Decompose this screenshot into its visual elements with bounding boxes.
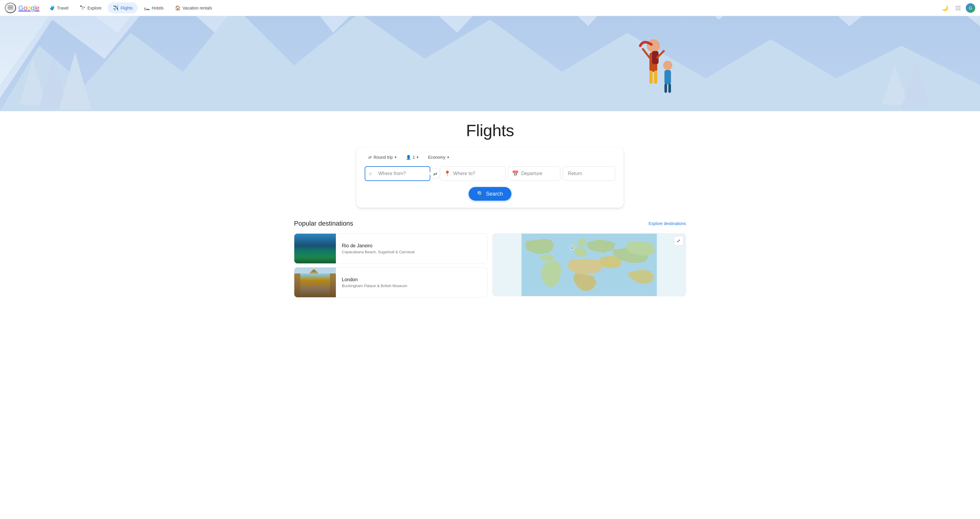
tab-travel-label: Travel [57, 6, 68, 10]
svg-rect-59 [299, 284, 300, 286]
svg-point-42 [309, 239, 321, 256]
svg-marker-18 [59, 52, 91, 110]
popular-section: Popular destinations Explore destination… [282, 220, 698, 315]
svg-point-8 [959, 8, 960, 8]
svg-rect-12 [0, 16, 980, 111]
destination-info-rio: Rio de Janeiro Copacabana Beach, Sugarlo… [336, 238, 420, 259]
destination-name-rio: Rio de Janeiro [342, 243, 415, 249]
return-wrapper [563, 166, 615, 181]
destination-pin-icon: 📍 [444, 170, 450, 177]
map-container: ⤢ [492, 233, 686, 296]
svg-marker-15 [0, 16, 980, 111]
popular-destinations-title: Popular destinations [294, 220, 353, 227]
svg-rect-30 [652, 51, 659, 64]
apps-button[interactable] [953, 3, 963, 13]
swap-button[interactable]: ⇄ [430, 168, 441, 179]
svg-marker-20 [902, 60, 931, 108]
swap-icon: ⇄ [433, 171, 437, 177]
cabin-class-chevron: ▾ [447, 155, 449, 159]
search-container: ⇄ Round trip ▾ 👤 1 ▾ Economy ▾ ○ ⇄ 📍 📅 [356, 147, 624, 208]
svg-point-6 [956, 8, 957, 8]
tab-flights-label: Flights [121, 6, 133, 10]
svg-point-5 [959, 6, 960, 6]
cabin-class-button[interactable]: Economy ▾ [424, 153, 452, 161]
departure-wrapper: 📅 [508, 166, 560, 181]
avatar[interactable]: G [966, 3, 975, 13]
tab-vacation[interactable]: 🏠 Vacation rentals [170, 2, 217, 13]
explore-destinations-link[interactable]: Explore destinations [649, 221, 686, 226]
cabin-class-label: Economy [428, 155, 445, 160]
destination-desc-london: Buckingham Palace & British Museum [342, 284, 407, 288]
svg-rect-29 [649, 52, 657, 72]
svg-point-10 [958, 9, 959, 10]
tab-travel[interactable]: 🧳 Travel [44, 2, 73, 13]
calendar-icon: 📅 [512, 170, 519, 177]
search-button-label: Search [486, 191, 503, 197]
destination-image-london [294, 268, 336, 297]
svg-point-4 [958, 6, 959, 6]
svg-rect-55 [315, 284, 316, 286]
trip-type-chevron: ▾ [395, 155, 396, 159]
tab-explore[interactable]: 🔭 Explore [75, 2, 106, 13]
search-button[interactable]: 🔍 Search [469, 187, 511, 201]
svg-rect-58 [296, 284, 297, 286]
passengers-button[interactable]: 👤 1 ▾ [402, 153, 422, 161]
travel-icon: 🧳 [49, 5, 55, 11]
svg-rect-47 [294, 290, 336, 297]
svg-point-51 [312, 275, 316, 279]
where-from-input[interactable] [365, 166, 430, 181]
passengers-label: 1 [413, 155, 415, 160]
svg-rect-48 [311, 273, 317, 291]
svg-line-33 [643, 49, 649, 57]
svg-rect-38 [668, 84, 671, 93]
popular-header: Popular destinations Explore destination… [294, 220, 686, 227]
destination-card-rio[interactable]: Rio de Janeiro Copacabana Beach, Sugarlo… [294, 233, 488, 263]
tab-flights[interactable]: ✈️ Flights [108, 2, 138, 13]
menu-button[interactable] [5, 3, 16, 13]
svg-rect-62 [308, 284, 309, 286]
flights-icon: ✈️ [113, 5, 119, 11]
svg-rect-40 [294, 254, 336, 263]
svg-point-28 [647, 39, 660, 52]
svg-point-44 [307, 249, 314, 254]
tab-hotels[interactable]: 🛏️ Hotels [139, 2, 169, 13]
svg-rect-63 [294, 291, 336, 294]
map-expand-button[interactable]: ⤢ [674, 236, 683, 246]
svg-line-34 [657, 51, 664, 57]
svg-marker-19 [882, 65, 908, 105]
hero-section: ✈ [0, 16, 980, 111]
svg-point-43 [311, 236, 319, 246]
return-input[interactable] [563, 166, 615, 181]
svg-rect-1 [8, 7, 13, 8]
svg-marker-16 [20, 59, 46, 105]
svg-rect-60 [302, 284, 303, 286]
world-map-svg [493, 234, 686, 296]
svg-marker-13 [0, 16, 980, 111]
svg-marker-17 [39, 56, 68, 108]
svg-rect-56 [294, 283, 311, 291]
dark-mode-button[interactable]: 🌙 [940, 3, 950, 13]
destination-card-london[interactable]: London Buckingham Palace & British Museu… [294, 267, 488, 297]
destination-desc-rio: Copacabana Beach, Sugarloaf & Carnaval [342, 250, 415, 254]
search-options: ⇄ Round trip ▾ 👤 1 ▾ Economy ▾ [365, 153, 615, 161]
tab-hotels-label: Hotels [152, 6, 164, 10]
where-from-wrapper: ○ [365, 166, 430, 181]
destination-image-rio [294, 234, 336, 263]
svg-rect-31 [649, 71, 653, 84]
tab-explore-label: Explore [87, 6, 101, 10]
search-icon: 🔍 [477, 190, 484, 197]
google-logo[interactable]: Google [18, 4, 40, 12]
svg-rect-57 [317, 284, 336, 291]
destinations-list: Rio de Janeiro Copacabana Beach, Sugarlo… [294, 233, 488, 297]
svg-rect-61 [305, 284, 306, 286]
hotels-icon: 🛏️ [144, 5, 150, 11]
svg-rect-53 [315, 281, 316, 283]
svg-rect-54 [312, 284, 313, 286]
page-title-section: Flights [0, 111, 980, 147]
svg-rect-39 [294, 234, 336, 263]
header: Google 🧳 Travel 🔭 Explore ✈️ Flights 🛏️ … [0, 0, 980, 16]
svg-rect-32 [654, 71, 657, 84]
svg-rect-49 [310, 272, 318, 275]
where-to-wrapper: 📍 [440, 166, 506, 181]
trip-type-button[interactable]: ⇄ Round trip ▾ [365, 153, 400, 161]
